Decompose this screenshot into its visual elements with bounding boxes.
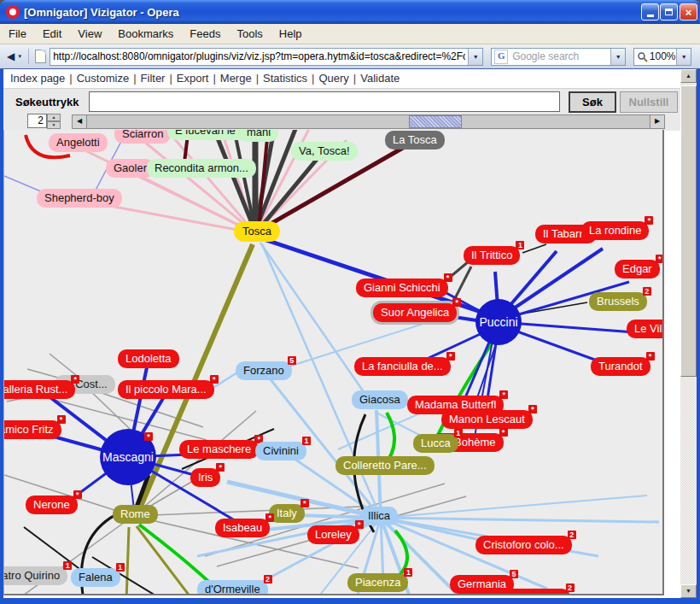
- graph-node-la-rondine[interactable]: La rondine*: [581, 221, 649, 240]
- search-expression-input[interactable]: [89, 91, 560, 112]
- horizontal-scrollbar-thumb[interactable]: [409, 115, 462, 128]
- vertical-scrollbar-thumb[interactable]: [680, 85, 697, 377]
- nav-link-query[interactable]: Query: [318, 72, 348, 85]
- menu-edit[interactable]: Edit: [43, 27, 61, 40]
- menu-help[interactable]: Help: [279, 27, 302, 40]
- graph-node-iris[interactable]: Iris*: [190, 468, 220, 487]
- graph-node-gianni-schicchi[interactable]: Gianni Schicchi*: [356, 279, 448, 297]
- spinner-up-button[interactable]: ▲: [47, 114, 61, 121]
- graph-node-manon-lescaut[interactable]: Manon Lescaut*: [441, 410, 533, 429]
- graph-node-illica[interactable]: Illica: [360, 507, 398, 525]
- graph-node-loreley[interactable]: Loreley*: [307, 525, 359, 544]
- node-label: Nerone: [33, 498, 70, 511]
- graph-node-lodoletta[interactable]: Lodoletta: [118, 349, 179, 368]
- graph-node-civinini[interactable]: Civinini1: [255, 442, 306, 460]
- graph-node-edgar[interactable]: Edgar*: [615, 260, 660, 279]
- graph-node-valleria-rust[interactable]: valleria Rust...*: [3, 380, 75, 399]
- horizontal-scrollbar-track[interactable]: [87, 115, 650, 128]
- nav-link-index-page[interactable]: Index page: [10, 72, 65, 85]
- graph-node-amico-fritz[interactable]: amico Fritz*: [3, 420, 61, 439]
- magnifier-icon: [637, 51, 648, 62]
- url-dropdown-button[interactable]: ▼: [468, 49, 482, 65]
- maximize-button[interactable]: [660, 3, 678, 21]
- scroll-down-button[interactable]: ▼: [680, 584, 697, 598]
- graph-node-giacosa[interactable]: Giacosa: [352, 390, 408, 409]
- graph-node-d-ormeville[interactable]: d'Ormeville2: [197, 580, 268, 595]
- vertical-scrollbar-track[interactable]: [680, 83, 697, 584]
- graph-node-sciarron[interactable]: Sciarron: [114, 130, 171, 144]
- graph-node-tosca[interactable]: Tosca: [234, 221, 280, 242]
- graph-node-suor-angelica[interactable]: Suor Angelica*: [373, 303, 457, 322]
- spinner-down-button[interactable]: ▼: [47, 121, 61, 129]
- back-button[interactable]: ◀▼: [7, 50, 22, 62]
- nav-link-export[interactable]: Export: [177, 72, 209, 85]
- graph-edge: [381, 518, 659, 522]
- search-dropdown-button[interactable]: ▼: [610, 49, 625, 65]
- menu-view[interactable]: View: [78, 27, 102, 40]
- graph-node-italy[interactable]: Italy*: [269, 504, 305, 523]
- url-input[interactable]: [50, 50, 468, 62]
- graph-node-shepherd-boy[interactable]: Shepherd-boy: [37, 189, 122, 208]
- scroll-left-button[interactable]: ◀: [73, 115, 87, 128]
- graph-node-piacenza[interactable]: Piacenza1: [347, 573, 408, 592]
- graph-node-colleretto-pare[interactable]: Colleretto Pare...: [335, 456, 435, 475]
- graph-node-rome[interactable]: Rome: [113, 505, 158, 524]
- depth-value[interactable]: 2: [27, 114, 47, 128]
- association-count-badge: *: [265, 513, 274, 522]
- graph-node-angelotti[interactable]: Angelotti: [49, 133, 108, 152]
- graph-node-forzano[interactable]: Forzano5: [236, 361, 292, 380]
- zoom-dropdown-button[interactable]: ▼: [676, 49, 691, 65]
- association-count-badge: *: [73, 490, 82, 499]
- graph-node-lucca[interactable]: Lucca1: [413, 434, 458, 453]
- graph-node-le-maschere[interactable]: Le maschere*: [179, 440, 259, 459]
- nav-link-filter[interactable]: Filter: [141, 72, 166, 85]
- nav-link-merge[interactable]: Merge: [220, 72, 252, 85]
- vertical-scrollbar[interactable]: ▲ ▼: [680, 69, 697, 598]
- search-button[interactable]: Søk: [569, 91, 616, 113]
- graph-node-brussels[interactable]: Brussels2: [589, 292, 647, 311]
- node-label: Edgar: [622, 262, 652, 275]
- node-label: Giacosa: [359, 393, 400, 406]
- node-label: Iris: [198, 471, 213, 484]
- menu-bookmarks[interactable]: Bookmarks: [118, 27, 173, 40]
- association-count-badge: *: [499, 428, 508, 437]
- window-titlebar[interactable]: [Omnigator] Vizigator - Opera ×: [0, 0, 700, 24]
- nav-link-customize[interactable]: Customize: [77, 72, 129, 85]
- graph-node-il-piccolo-mara[interactable]: Il piccolo Mara...*: [118, 380, 214, 399]
- graph-node-il-trittico[interactable]: Il Trittico1: [464, 246, 520, 265]
- graph-node-la-fanciulla-de[interactable]: La fanciulla de...*: [354, 357, 451, 376]
- graph-node-falena[interactable]: Falena1: [71, 568, 120, 587]
- graph-node-nerone[interactable]: Nerone*: [26, 496, 78, 514]
- back-dropdown-icon[interactable]: ▼: [17, 54, 22, 59]
- menu-tools[interactable]: Tools: [236, 27, 262, 40]
- menu-file[interactable]: File: [9, 27, 26, 40]
- node-label: d'Ormeville: [205, 583, 260, 595]
- web-search-input[interactable]: [510, 50, 610, 62]
- minimize-button[interactable]: [641, 3, 659, 21]
- graph-node-la-tosca[interactable]: La Tosca: [385, 131, 445, 150]
- nav-link-statistics[interactable]: Statistics: [263, 72, 307, 85]
- graph-node-eatro-quirino[interactable]: eatro Quirino1: [3, 566, 67, 585]
- graph-node-le-villi[interactable]: Le Villi: [627, 320, 664, 338]
- graph-node-recondita-armon[interactable]: Recondita armon...: [147, 159, 256, 178]
- graph-node-la-fonte-di-ens[interactable]: La fonte di Ens...2: [471, 589, 570, 595]
- graph-node-turandot[interactable]: Turandot*: [591, 357, 650, 376]
- topic-map-graph[interactable]: AngelottiSciarronE lucevan le st...maniV…: [3, 130, 664, 595]
- scroll-right-button[interactable]: ▶: [650, 115, 664, 128]
- graph-node-mani[interactable]: mani: [239, 130, 278, 142]
- graph-node-va-tosca[interactable]: Va, Tosca!: [291, 142, 358, 161]
- association-count-badge: *: [646, 352, 655, 361]
- opera-browser-window: [Omnigator] Vizigator - Opera × FileEdit…: [0, 0, 700, 604]
- association-count-badge: 1: [404, 568, 412, 577]
- horizontal-scrollbar[interactable]: ◀ ▶: [72, 114, 665, 129]
- nav-link-validate[interactable]: Validate: [360, 72, 400, 85]
- close-button[interactable]: ×: [680, 3, 697, 21]
- menu-feeds[interactable]: Feeds: [190, 27, 220, 40]
- node-label: Colleretto Pare...: [343, 459, 427, 472]
- graph-node-puccini[interactable]: Puccini: [475, 299, 522, 345]
- graph-node-mascagni[interactable]: Mascagni*: [100, 429, 156, 485]
- graph-node-isabeau[interactable]: Isabeau*: [215, 519, 270, 537]
- scroll-up-button[interactable]: ▲: [680, 69, 697, 83]
- node-label: Va, Tosca!: [299, 144, 350, 157]
- graph-node-cristoforo-colo[interactable]: Cristoforo colo...2: [475, 536, 572, 554]
